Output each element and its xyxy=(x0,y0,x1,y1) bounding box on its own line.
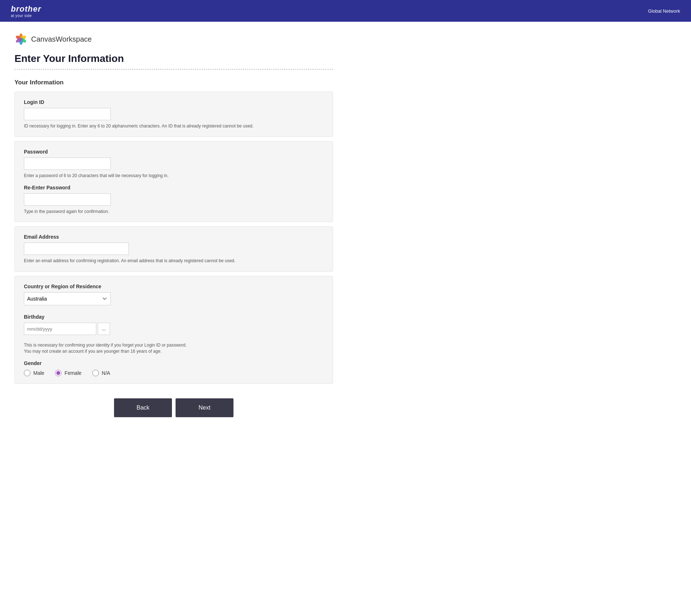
email-section: Email Address Enter an email address for… xyxy=(14,226,333,272)
password-hint: Enter a password of 6 to 20 characters t… xyxy=(24,173,324,179)
reenter-password-input[interactable] xyxy=(24,193,111,206)
main-content: CanvasWorkspace Enter Your Information Y… xyxy=(0,22,347,450)
login-id-label: Login ID xyxy=(24,99,324,105)
gender-male-radio[interactable] xyxy=(24,370,30,376)
calendar-button[interactable]: ... xyxy=(98,323,110,335)
section-title: Your Information xyxy=(14,79,333,86)
birthday-input[interactable] xyxy=(24,323,96,335)
page-header: brother at your side Global Network xyxy=(0,0,691,22)
bottom-buttons: Back Next xyxy=(14,398,333,439)
back-button[interactable]: Back xyxy=(114,398,172,417)
gender-na-radio[interactable] xyxy=(92,370,99,376)
reenter-password-label: Re-Enter Password xyxy=(24,185,324,190)
birthday-hint-line1: This is necessary for confirming your id… xyxy=(24,342,324,348)
email-input[interactable] xyxy=(24,243,129,255)
email-hint: Enter an email address for confirming re… xyxy=(24,258,324,264)
gender-female-option[interactable]: Female xyxy=(55,370,81,376)
personal-info-section: Country or Region of Residence Australia… xyxy=(14,276,333,384)
brother-logo-area: brother at your side xyxy=(11,4,41,18)
brother-logo-text: brother xyxy=(11,4,41,14)
app-name: CanvasWorkspace xyxy=(31,35,92,43)
app-logo-area: CanvasWorkspace xyxy=(14,33,333,46)
gender-label: Gender xyxy=(24,360,324,366)
reenter-password-hint: Type in the password again for confirmat… xyxy=(24,209,324,215)
gender-male-label: Male xyxy=(33,370,44,376)
password-input[interactable] xyxy=(24,158,111,170)
gender-female-label: Female xyxy=(64,370,81,376)
password-section: Password Enter a password of 6 to 20 cha… xyxy=(14,141,333,222)
login-id-hint: ID necessary for logging in. Enter any 6… xyxy=(24,123,324,129)
login-id-input[interactable] xyxy=(24,108,111,120)
title-divider xyxy=(14,69,333,70)
country-select[interactable]: Australia United States United Kingdom C… xyxy=(24,292,111,305)
gender-na-label: N/A xyxy=(102,370,110,376)
birthday-hint-line2: You may not create an account if you are… xyxy=(24,348,324,355)
next-button[interactable]: Next xyxy=(176,398,233,417)
brother-logo: brother at your side xyxy=(11,4,41,18)
gender-female-radio[interactable] xyxy=(55,370,62,376)
password-label: Password xyxy=(24,149,324,155)
canvas-workspace-icon xyxy=(14,33,28,46)
gender-na-option[interactable]: N/A xyxy=(92,370,110,376)
birthday-row: ... xyxy=(24,323,324,335)
gender-options: Male Female N/A xyxy=(24,370,324,376)
calendar-icon: ... xyxy=(102,326,106,331)
birthday-label: Birthday xyxy=(24,314,324,320)
login-id-section: Login ID ID necessary for logging in. En… xyxy=(14,92,333,137)
global-network-link[interactable]: Global Network xyxy=(648,8,680,14)
email-label: Email Address xyxy=(24,234,324,240)
page-title: Enter Your Information xyxy=(14,53,333,64)
brother-tagline: at your side xyxy=(11,14,32,18)
country-label: Country or Region of Residence xyxy=(24,284,324,289)
gender-male-option[interactable]: Male xyxy=(24,370,44,376)
